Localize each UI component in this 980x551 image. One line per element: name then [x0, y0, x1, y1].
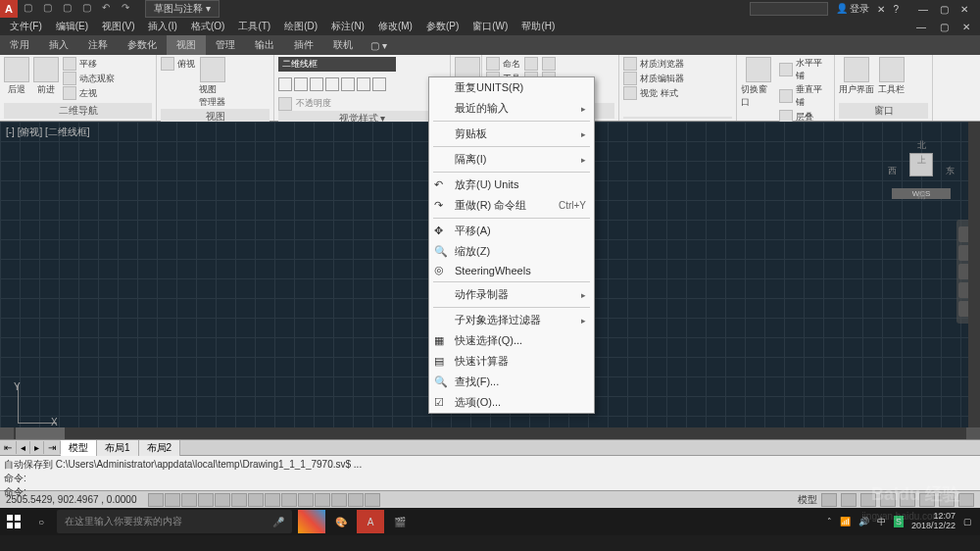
forward-button[interactable]: 前进	[33, 57, 59, 96]
toolbar-button[interactable]: 工具栏	[878, 57, 905, 96]
vtile-button[interactable]: 垂直平铺	[779, 83, 830, 109]
swatch-6[interactable]	[357, 77, 370, 91]
dir-s[interactable]: 南	[917, 189, 926, 202]
scroll-left-icon[interactable]	[0, 427, 14, 439]
back-button[interactable]: 后退	[4, 57, 29, 96]
task-app4[interactable]: 🎬	[386, 510, 414, 533]
tray-net-icon[interactable]: 📶	[840, 517, 851, 526]
dir-e[interactable]: 东	[946, 165, 955, 177]
menu-param[interactable]: 参数(P)	[420, 18, 465, 35]
grid-toggle[interactable]	[165, 493, 180, 507]
viewport-label[interactable]: [-] [俯视] [二维线框]	[6, 125, 90, 139]
context-menu-item-18[interactable]: ▤快速计算器	[429, 351, 594, 372]
cmd-button[interactable]: 命名	[486, 57, 520, 71]
context-menu-item-12[interactable]: ◎SteeringWheels	[429, 262, 594, 279]
dir-w[interactable]: 西	[888, 165, 897, 177]
cortana-icon[interactable]: ○	[27, 508, 55, 535]
sc-toggle[interactable]	[348, 493, 364, 507]
swatch-7[interactable]	[372, 77, 386, 91]
context-menu-item-3[interactable]: 剪贴板▸	[429, 124, 594, 144]
status-r3[interactable]	[860, 493, 876, 507]
context-menu-item-20[interactable]: ☑选项(O)...	[429, 392, 594, 413]
close-icon[interactable]: ✕	[960, 4, 968, 15]
tray-ime-icon[interactable]: 中	[877, 516, 886, 528]
tab-layout1[interactable]: 布局1	[97, 440, 139, 456]
mic-icon[interactable]: 🎤	[272, 517, 284, 527]
menu-draw[interactable]: 绘图(D)	[278, 18, 323, 35]
scrollbar-horizontal[interactable]	[0, 427, 980, 439]
viewcube-face[interactable]: 上	[909, 153, 933, 176]
dir-n[interactable]: 北	[917, 139, 926, 152]
menu-window[interactable]: 窗口(W)	[466, 18, 514, 35]
tray-vol-icon[interactable]: 🔊	[858, 517, 869, 526]
menu-help[interactable]: 帮助(H)	[515, 18, 561, 35]
osnap-toggle[interactable]	[215, 493, 230, 507]
tab-output[interactable]: 输出	[245, 35, 284, 55]
ui-button[interactable]: 用户界面	[839, 57, 874, 96]
command-window[interactable]: 自动保存到 C:\Users\Administrator\appdata\loc…	[0, 455, 980, 490]
matedit-button[interactable]: 材质编辑器	[623, 72, 684, 85]
context-menu-item-10[interactable]: ✥平移(A)	[429, 221, 594, 241]
leftview-button[interactable]: 左视	[63, 86, 115, 100]
layout-last-icon[interactable]: ⇥	[44, 441, 61, 454]
am-toggle[interactable]	[365, 493, 380, 507]
tpy-toggle[interactable]	[315, 493, 330, 507]
open-icon[interactable]: ▢	[43, 2, 57, 16]
tray-up-icon[interactable]: ˄	[827, 517, 832, 526]
menu-format[interactable]: 格式(O)	[185, 18, 230, 35]
tab-overflow-icon[interactable]: ▢ ▾	[370, 40, 387, 51]
tab-parametric[interactable]: 参数化	[118, 35, 167, 55]
minimize-icon[interactable]: —	[918, 4, 928, 15]
menu-edit[interactable]: 编辑(E)	[50, 18, 94, 35]
lwt-toggle[interactable]	[298, 493, 314, 507]
viewcube[interactable]: 北 南 东 西 上 WCS	[892, 141, 951, 200]
context-menu-item-17[interactable]: ▦快速选择(Q)...	[429, 330, 594, 351]
tab-layout2[interactable]: 布局2	[139, 440, 181, 456]
redo-icon[interactable]: ↷	[122, 2, 135, 16]
help-icon[interactable]: ?	[893, 4, 899, 15]
scroll-thumb[interactable]	[16, 427, 65, 439]
swatch-1[interactable]	[278, 77, 292, 91]
tab-model[interactable]: 模型	[61, 440, 97, 456]
menu-insert[interactable]: 插入(I)	[142, 18, 182, 35]
3dosnap-toggle[interactable]	[231, 493, 247, 507]
menu-file[interactable]: 文件(F)	[4, 18, 48, 35]
status-r4[interactable]	[880, 493, 896, 507]
new-icon[interactable]: ▢	[24, 2, 37, 16]
switch-button[interactable]: 切换窗口	[741, 57, 775, 109]
clock[interactable]: 12:07 2018/12/22	[911, 512, 956, 531]
save-icon[interactable]: ▢	[63, 2, 76, 16]
tab-home[interactable]: 常用	[0, 35, 39, 55]
menu-modify[interactable]: 修改(M)	[372, 18, 418, 35]
context-menu-item-14[interactable]: 动作录制器▸	[429, 284, 594, 305]
login-button[interactable]: 👤 登录	[836, 2, 870, 16]
task-app1[interactable]	[298, 510, 325, 533]
context-menu-item-11[interactable]: 🔍缩放(Z)	[429, 241, 594, 262]
status-r1[interactable]	[821, 493, 837, 507]
dyn-toggle[interactable]	[281, 493, 297, 507]
tab-insert[interactable]: 插入	[39, 35, 78, 55]
tray-app-icon[interactable]: S	[894, 516, 904, 527]
otrack-toggle[interactable]	[248, 493, 264, 507]
print-icon[interactable]: ▢	[82, 2, 96, 16]
start-button[interactable]	[0, 508, 27, 535]
model-space-label[interactable]: 模型	[798, 493, 817, 507]
notification-icon[interactable]: ▢	[963, 517, 972, 526]
context-menu-item-1[interactable]: 最近的输入▸	[429, 98, 594, 119]
htile-button[interactable]: 水平平铺	[779, 57, 830, 82]
coords-display[interactable]: 2505.5429, 902.4967 , 0.0000	[0, 494, 142, 505]
layout-next-icon[interactable]: ▸	[30, 441, 44, 454]
context-menu-item-0[interactable]: 重复UNITS(R)	[429, 77, 594, 98]
status-r8[interactable]	[958, 493, 974, 507]
matbrowser-button[interactable]: 材质浏览器	[623, 57, 684, 71]
undo-icon[interactable]: ↶	[102, 2, 116, 16]
doc-restore-icon[interactable]: ▢	[934, 20, 955, 34]
swatch-4[interactable]	[325, 77, 339, 91]
pal-1[interactable]	[524, 57, 538, 71]
workspace-dropdown[interactable]: 草图与注释 ▾	[145, 0, 220, 18]
context-menu-item-7[interactable]: ↶放弃(U) Units	[429, 175, 594, 195]
doc-minimize-icon[interactable]: —	[910, 20, 932, 34]
viewmgr-button[interactable]: 视图 管理器	[199, 57, 225, 109]
swatch-2[interactable]	[294, 77, 308, 91]
polar-toggle[interactable]	[198, 493, 214, 507]
